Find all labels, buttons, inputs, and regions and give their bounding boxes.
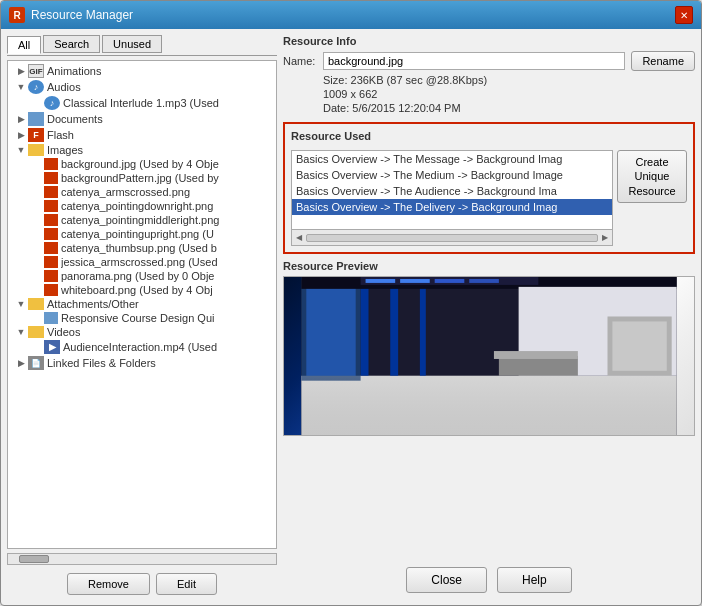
item-label: Responsive Course Design Qui (61, 312, 214, 324)
date-text: Date: 5/6/2015 12:20:04 PM (323, 102, 695, 114)
close-window-button[interactable]: ✕ (675, 6, 693, 24)
scroll-right-arrow[interactable]: ▶ (600, 233, 610, 242)
gif-icon: GIF (28, 64, 44, 78)
list-item[interactable]: whiteboard.png (Used by 4 Obj (10, 283, 274, 297)
list-item[interactable]: ▼ Attachments/Other (10, 297, 274, 311)
create-unique-label: CreateUniqueResource (628, 156, 675, 197)
name-input[interactable] (323, 52, 625, 70)
tab-search[interactable]: Search (43, 35, 100, 53)
action-buttons: Close Help (283, 561, 695, 599)
dimensions-text: 1009 x 662 (323, 88, 695, 100)
svg-rect-4 (361, 277, 369, 376)
list-item[interactable]: Basics Overview -> The Message -> Backgr… (292, 151, 612, 167)
list-item[interactable]: ▶ GIF Animations (10, 63, 274, 79)
svg-rect-15 (494, 351, 578, 359)
main-content: All Search Unused ▶ GIF Animations ▼ ♪ A… (1, 29, 701, 605)
scroll-left-arrow[interactable]: ◀ (294, 233, 304, 242)
image-icon (44, 172, 58, 184)
list-item[interactable]: catenya_armscrossed.png (10, 185, 274, 199)
resource-tree[interactable]: ▶ GIF Animations ▼ ♪ Audios ♪ Classical … (7, 60, 277, 549)
list-item[interactable]: ▼ Videos (10, 325, 274, 339)
item-label: background.jpg (Used by 4 Obje (61, 158, 219, 170)
list-item[interactable]: catenya_pointingdownright.png (10, 199, 274, 213)
create-unique-button[interactable]: CreateUniqueResource (617, 150, 687, 203)
help-button[interactable]: Help (497, 567, 572, 593)
list-item[interactable]: catenya_pointingupright.png (U (10, 227, 274, 241)
close-button[interactable]: Close (406, 567, 487, 593)
svg-rect-18 (301, 376, 676, 435)
item-label: whiteboard.png (Used by 4 Obj (61, 284, 213, 296)
title-bar: R Resource Manager ✕ (1, 1, 701, 29)
list-item[interactable]: Basics Overview -> The Delivery -> Backg… (292, 199, 612, 215)
preview-svg (284, 277, 694, 435)
list-item[interactable]: jessica_armscrossed.png (Used (10, 255, 274, 269)
list-item[interactable]: ▶ AudienceInteraction.mp4 (Used (10, 339, 274, 355)
folder-icon (28, 144, 44, 156)
image-icon (44, 214, 58, 226)
item-label: Audios (47, 81, 81, 93)
scroll-track[interactable] (306, 234, 598, 242)
image-icon (44, 284, 58, 296)
list-item[interactable]: panorama.png (Used by 0 Obje (10, 269, 274, 283)
list-item[interactable]: Responsive Course Design Qui (10, 311, 274, 325)
tab-all[interactable]: All (7, 36, 41, 54)
linked-icon: 📄 (28, 356, 44, 370)
list-item[interactable]: catenya_pointingmiddleright.png (10, 213, 274, 227)
svg-rect-5 (390, 277, 398, 376)
list-item[interactable]: ▼ ♪ Audios (10, 79, 274, 95)
list-item[interactable]: catenya_thumbsup.png (Used b (10, 241, 274, 255)
resource-manager-window: R Resource Manager ✕ All Search Unused ▶… (0, 0, 702, 606)
tree-hscrollbar[interactable] (7, 553, 277, 565)
list-item[interactable]: backgroundPattern.jpg (Used by (10, 171, 274, 185)
size-value: 236KB (87 sec @28.8Kbps) (351, 74, 488, 86)
svg-rect-12 (469, 279, 499, 283)
audio-icon: ♪ (44, 96, 60, 110)
item-label: Classical Interlude 1.mp3 (Used (63, 97, 219, 109)
list-item[interactable]: ▶ Documents (10, 111, 274, 127)
date-value: 5/6/2015 12:20:04 PM (352, 102, 460, 114)
list-item[interactable]: Basics Overview -> The Medium -> Backgro… (292, 167, 612, 183)
list-item[interactable]: ▶ 📄 Linked Files & Folders (10, 355, 274, 371)
list-item[interactable]: Basics Overview -> The Audience -> Backg… (292, 183, 612, 199)
resource-used-list[interactable]: Basics Overview -> The Message -> Backgr… (291, 150, 613, 230)
list-item[interactable]: ♪ Classical Interlude 1.mp3 (Used (10, 95, 274, 111)
title-bar-left: R Resource Manager (9, 7, 133, 23)
list-item[interactable]: ▶ F Flash (10, 127, 274, 143)
resource-list-container: Basics Overview -> The Message -> Backgr… (291, 150, 613, 246)
expand-icon: ▶ (14, 358, 28, 368)
item-label: catenya_thumbsup.png (Used b (61, 242, 217, 254)
resource-used-title: Resource Used (291, 130, 687, 142)
item-label: catenya_pointingdownright.png (61, 200, 213, 212)
svg-rect-6 (420, 277, 426, 376)
item-label: catenya_pointingupright.png (U (61, 228, 214, 240)
list-item[interactable]: ▼ Images (10, 143, 274, 157)
item-label: AudienceInteraction.mp4 (Used (63, 341, 217, 353)
rename-button[interactable]: Rename (631, 51, 695, 71)
item-label: panorama.png (Used by 0 Obje (61, 270, 214, 282)
expand-icon: ▼ (14, 82, 28, 92)
resource-preview-title: Resource Preview (283, 260, 695, 272)
window-title: Resource Manager (31, 8, 133, 22)
edit-button[interactable]: Edit (156, 573, 217, 595)
item-label: Attachments/Other (47, 298, 139, 310)
image-icon (44, 256, 58, 268)
flash-icon: F (28, 128, 44, 142)
name-label: Name: (283, 55, 323, 67)
image-icon (44, 200, 58, 212)
list-item[interactable]: background.jpg (Used by 4 Obje (10, 157, 274, 171)
resource-preview-image (283, 276, 695, 436)
resource-hscrollbar[interactable]: ◀ ▶ (291, 230, 613, 246)
expand-icon: ▶ (14, 66, 28, 76)
resource-info-section: Resource Info Name: Rename Size: 236KB (… (283, 35, 695, 116)
expand-icon: ▼ (14, 145, 28, 155)
size-text: Size: 236KB (87 sec @28.8Kbps) (323, 74, 695, 86)
video-icon: ▶ (44, 340, 60, 354)
resource-used-inner: Basics Overview -> The Message -> Backgr… (291, 150, 687, 246)
svg-rect-10 (400, 279, 430, 283)
tab-unused[interactable]: Unused (102, 35, 162, 53)
svg-rect-3 (306, 282, 355, 376)
svg-rect-11 (435, 279, 465, 283)
scroll-thumb[interactable] (19, 555, 49, 563)
resource-preview-section: Resource Preview (283, 260, 695, 555)
remove-button[interactable]: Remove (67, 573, 150, 595)
